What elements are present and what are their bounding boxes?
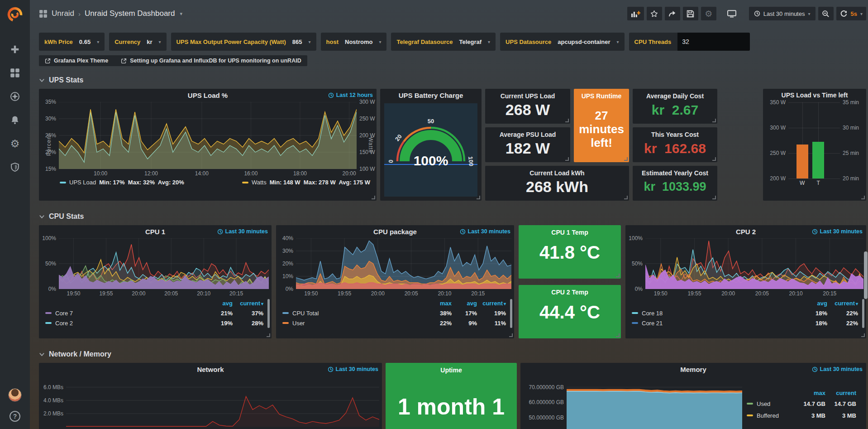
breadcrumb-app[interactable]: Unraid bbox=[52, 9, 74, 18]
legend-col-current[interactable]: current bbox=[233, 300, 263, 307]
legend-core18[interactable]: Core 18 bbox=[632, 310, 799, 317]
panel-title[interactable]: Uptime bbox=[440, 363, 462, 374]
axis-tick-label: 10% bbox=[282, 273, 293, 280]
legend-used[interactable]: Used bbox=[747, 400, 797, 407]
battery-gauge[interactable]: 02050100100% bbox=[386, 117, 476, 178]
stat-value: kr 1033.99 bbox=[644, 180, 706, 198]
panel-title[interactable]: CPU 1 Temp bbox=[551, 225, 588, 236]
section-ups-stats[interactable]: UPS Stats bbox=[39, 76, 866, 89]
dashboards-icon[interactable] bbox=[9, 67, 21, 79]
legend-core7[interactable]: Core 7 bbox=[45, 310, 205, 317]
panel-title[interactable]: CPU 2 Temp bbox=[551, 285, 588, 296]
section-cpu-stats[interactable]: CPU Stats bbox=[39, 212, 866, 225]
panel-title[interactable]: Current Load kWh bbox=[529, 166, 584, 177]
legend-scrollbar[interactable] bbox=[510, 299, 512, 328]
var-ups-max-output[interactable]: UPS Max Output Power Capacity (Watt) 865… bbox=[171, 33, 316, 51]
legend-row: CPU Total 38%17%19% bbox=[282, 308, 506, 318]
panel-network: Network Last 30 minutes 6.0 MBs4.0 MBs2.… bbox=[39, 363, 382, 429]
breadcrumb-separator: › bbox=[78, 10, 81, 18]
legend-watts[interactable]: Watts Min: 148 W Max: 278 W Avg: 175 W bbox=[242, 179, 370, 186]
legend-col-max[interactable]: max bbox=[424, 300, 452, 307]
chevron-down-icon: ▾ bbox=[617, 39, 619, 44]
var-ups-datasource[interactable]: UPS Datasource apcupsd-container ▾ bbox=[500, 33, 624, 51]
panel-legend: maxavgcurrent CPU Total 38%17%19% User 2… bbox=[276, 298, 514, 328]
axis-tick-label: 100 W bbox=[359, 166, 375, 172]
panel-title[interactable]: Average Daily Cost bbox=[646, 89, 704, 100]
panel-title[interactable]: UPS Battery Charge bbox=[380, 89, 482, 99]
memory-chart[interactable] bbox=[567, 376, 742, 429]
panel-title[interactable]: UPS Runtime bbox=[582, 89, 622, 100]
create-plus-icon[interactable] bbox=[9, 43, 21, 55]
legend-scrollbar[interactable] bbox=[862, 299, 864, 328]
configuration-gear-icon[interactable]: ⚙ bbox=[9, 138, 21, 149]
alerting-bell-icon[interactable] bbox=[9, 114, 21, 126]
dashboard-settings-button[interactable]: ⚙ bbox=[701, 7, 716, 20]
cpu1-chart[interactable] bbox=[59, 238, 269, 289]
legend-col-avg[interactable]: avg bbox=[205, 300, 233, 307]
cpu-threads-input[interactable] bbox=[677, 33, 750, 51]
link-grafana-plex-theme[interactable]: Grafana Plex Theme bbox=[45, 58, 108, 64]
var-telegraf-datasource[interactable]: Telegraf Datasource Telegraf ▾ bbox=[391, 33, 496, 51]
clock-icon bbox=[754, 10, 760, 17]
svg-text:0: 0 bbox=[387, 159, 395, 164]
stat-value: 268 kWh bbox=[526, 178, 588, 199]
refresh-picker[interactable]: 5s ▾ bbox=[836, 7, 867, 20]
link-ups-monitoring-guide[interactable]: Setting up Grafana and InfluxDB for UPS … bbox=[121, 58, 301, 64]
bar-w[interactable] bbox=[796, 145, 808, 178]
legend-col-max[interactable]: max bbox=[797, 390, 825, 396]
add-panel-button[interactable] bbox=[627, 7, 644, 20]
var-cpu-threads: CPU Threads bbox=[629, 33, 750, 51]
time-range-picker[interactable]: Last 30 minutes ▾ bbox=[749, 7, 816, 20]
save-dashboard-button[interactable] bbox=[683, 7, 698, 20]
bar-t[interactable] bbox=[812, 142, 824, 178]
star-dashboard-button[interactable] bbox=[647, 7, 662, 20]
zoom-out-button[interactable] bbox=[818, 7, 834, 20]
cpu-package-chart[interactable] bbox=[296, 238, 511, 289]
ups-load-chart[interactable] bbox=[59, 102, 357, 169]
panel-title[interactable]: Current UPS Load bbox=[501, 89, 555, 100]
legend-core2[interactable]: Core 2 bbox=[45, 320, 205, 327]
user-avatar[interactable] bbox=[8, 388, 22, 402]
section-network-memory[interactable]: Network / Memory bbox=[39, 350, 866, 363]
var-host[interactable]: host Nostromo ▾ bbox=[321, 33, 387, 51]
panel-average-psu-load: Average PSU Load 182 W bbox=[485, 127, 570, 162]
explore-compass-icon[interactable] bbox=[9, 91, 21, 102]
legend-col-current[interactable]: current bbox=[827, 300, 858, 307]
ups-bar-chart[interactable] bbox=[788, 102, 840, 178]
legend-user[interactable]: User bbox=[282, 320, 424, 327]
legend-col-avg[interactable]: avg bbox=[799, 300, 827, 307]
var-currency[interactable]: Currency kr ▾ bbox=[109, 33, 166, 51]
legend-ups-load[interactable]: UPS Load Min: 17% Max: 32% Avg: 20% bbox=[60, 179, 184, 186]
panel-title[interactable]: Estimated Yearly Cost bbox=[642, 166, 708, 177]
stat-value: 27 minutes left! bbox=[574, 109, 629, 153]
legend-col-avg[interactable]: avg bbox=[452, 300, 477, 307]
cpu2-chart[interactable] bbox=[645, 238, 863, 289]
legend-scrollbar[interactable] bbox=[267, 299, 270, 328]
panel-title[interactable]: UPS Load vs Time left bbox=[763, 89, 866, 99]
help-icon[interactable]: ? bbox=[10, 411, 20, 422]
legend-core21[interactable]: Core 21 bbox=[632, 320, 799, 327]
share-dashboard-button[interactable] bbox=[665, 7, 680, 20]
dashboard-links-row: Grafana Plex Theme Setting up Grafana an… bbox=[39, 55, 866, 66]
panel-title[interactable]: Average PSU Load bbox=[500, 127, 556, 138]
legend-color-dash bbox=[45, 312, 52, 314]
row-cpu: CPU 1 Last 30 minutes 100%50%0% 19:5019:… bbox=[39, 225, 866, 338]
page-scrollbar[interactable] bbox=[864, 251, 868, 299]
panel-legend: UPS Load Min: 17% Max: 32% Avg: 20% Watt… bbox=[39, 178, 377, 186]
panel-title[interactable]: This Years Cost bbox=[651, 127, 699, 138]
axis-tick-label: 300 W bbox=[359, 99, 375, 105]
breadcrumb[interactable]: Unraid › Unraid System Dashboard ▾ bbox=[39, 9, 182, 18]
page-title[interactable]: Unraid System Dashboard bbox=[85, 9, 175, 18]
legend-buffered[interactable]: Buffered bbox=[747, 412, 797, 419]
panel-ups-battery: UPS Battery Charge 02050100100% bbox=[380, 89, 482, 201]
cycle-view-button[interactable] bbox=[724, 7, 740, 20]
clock-icon bbox=[217, 229, 223, 235]
grafana-logo[interactable] bbox=[0, 0, 30, 29]
panel-title[interactable]: UPS Load % bbox=[39, 89, 377, 99]
legend-col-current[interactable]: current bbox=[477, 300, 506, 307]
legend-cpu-total[interactable]: CPU Total bbox=[282, 310, 424, 317]
server-admin-shield-icon[interactable] bbox=[9, 161, 21, 173]
network-chart[interactable] bbox=[66, 376, 379, 427]
legend-col-current[interactable]: current bbox=[825, 390, 856, 396]
var-kwh-price[interactable]: kWh Price 0.65 ▾ bbox=[39, 33, 105, 51]
